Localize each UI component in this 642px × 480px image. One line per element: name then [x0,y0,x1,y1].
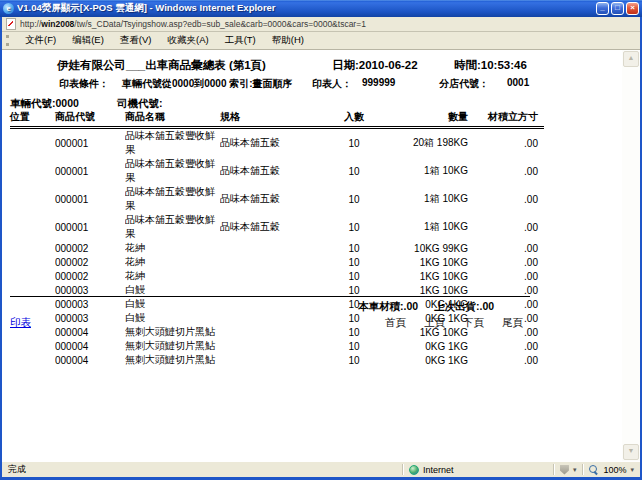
window-title: V1.04熒屏顯示[X-POS 雲通網] - Windows Internet … [17,2,596,15]
cell-spec [220,241,335,255]
cell-code: 000003 [55,311,125,325]
vehicle-code: 車輛代號:0000 [10,97,79,111]
branch-value: 0001 [507,77,529,88]
printer-value: 999999 [362,77,395,88]
cell-quantity: 10KG 99KG [373,241,476,255]
cell-code: 000001 [55,185,125,213]
cell-quantity: 1箱 10KG [373,157,476,185]
minimize-button[interactable]: _ [596,2,609,15]
close-button[interactable]: × [626,2,639,15]
table-row: 000004 無刺大頭鰱切片黑鮎 10 0KG 1KG .00 [10,339,544,353]
cell-position [10,128,55,158]
report-title: 伊娃有限公司___出車商品彙總表 (第1頁) [57,58,266,73]
col-code: 商品代號 [55,110,125,128]
cell-packs: 10 [335,255,373,269]
cell-quantity: 0KG 1KG [373,339,476,353]
cell-packs: 10 [335,339,373,353]
menu-help[interactable]: 帮助(H) [264,33,312,48]
print-link[interactable]: 印表 [10,316,31,328]
table-row: 000001 品味本舖五穀豐收鮮果 品味本舖五穀 10 20箱 198KG .0… [10,128,544,158]
cell-code: 000004 [55,353,125,367]
cell-code: 000001 [55,128,125,158]
nav-last-page[interactable]: 尾頁 [502,316,523,330]
menu-favorites[interactable]: 收藏夹(A) [159,33,216,48]
cell-position [10,269,55,283]
window-frame: http://win2008/tw/s_CData/Tsyingshow.asp… [0,17,642,480]
cell-spec: 品味本舖五穀 [220,185,335,213]
caret-down-icon: ▾ [630,466,634,474]
cell-packs: 10 [335,353,373,367]
col-position: 位置 [10,110,55,128]
cell-quantity: 1KG 10KG [373,283,476,297]
cell-name: 花紳 [125,241,220,255]
toolbar-grip-icon[interactable] [6,35,12,46]
cell-name: 無刺大頭鰱切片黑鮎 [125,353,220,367]
cell-position [10,185,55,213]
zoom-control[interactable]: 100% ▾ [583,462,640,477]
cell-code: 000004 [55,339,125,353]
cell-volume: .00 [476,353,544,367]
cell-code: 000001 [55,213,125,241]
cell-packs: 10 [335,283,373,297]
vertical-scrollbar[interactable]: ▲ ▼ [622,50,640,461]
protection-control[interactable]: ▾ [554,462,583,477]
print-condition-label: 印表條件： [59,77,109,91]
cell-packs: 10 [335,128,373,158]
table-row: 000004 無刺大頭鰱切片黑鮎 10 0KG 1KG .00 [10,353,544,367]
cell-spec [220,339,335,353]
nav-first-page[interactable]: 首頁 [385,316,406,330]
table-row: 000001 品味本舖五穀豐收鮮果 品味本舖五穀 10 1箱 10KG .00 [10,213,544,241]
cell-name: 白鰻 [125,311,220,325]
address-bar[interactable]: http://win2008/tw/s_CData/Tsyingshow.asp… [2,17,640,32]
cell-quantity: 1KG 10KG [373,269,476,283]
url-host: win2008 [41,19,74,29]
cell-volume: .00 [476,339,544,353]
driver-code: 司機代號: [117,97,163,111]
cell-code: 000002 [55,241,125,255]
cell-position [10,339,55,353]
cell-volume: .00 [476,283,544,297]
cell-volume: .00 [476,213,544,241]
cell-name: 花紳 [125,255,220,269]
table-row: 000003 白鰻 10 1KG 10KG .00 [10,283,544,297]
page-error-icon [6,18,16,30]
table-row: 000001 品味本舖五穀豐收鮮果 品味本舖五穀 10 1箱 10KG .00 [10,157,544,185]
nav-next-page[interactable]: 下頁 [463,316,484,330]
menu-tools[interactable]: 工具(T) [217,33,264,48]
menu-view[interactable]: 查看(V) [112,33,160,48]
menu-edit[interactable]: 编辑(E) [64,33,112,48]
cell-packs: 10 [335,325,373,339]
table-row: 000002 花紳 10 10KG 99KG .00 [10,241,544,255]
cell-name: 品味本舖五穀豐收鮮果 [125,128,220,158]
cell-packs: 10 [335,157,373,185]
nav-prev-page[interactable]: 上頁 [424,316,445,330]
scroll-down-icon[interactable]: ▼ [623,444,639,460]
col-spec: 規格 [220,110,335,128]
cell-spec: 品味本舖五穀 [220,213,335,241]
report-time: 時間:10:53:46 [454,58,527,73]
col-volume: 材積立方寸 [476,110,544,128]
cell-spec [220,255,335,269]
cell-volume: .00 [476,128,544,158]
cell-name: 無刺大頭鰱切片黑鮎 [125,339,220,353]
cell-packs: 10 [335,213,373,241]
vehicle-value: 0000 [56,97,79,109]
table-row: 000001 品味本舖五穀豐收鮮果 品味本舖五穀 10 1箱 10KG .00 [10,185,544,213]
cell-position [10,241,55,255]
cell-volume: .00 [476,241,544,255]
shield-icon [560,465,569,475]
vehicle-label: 車輛代號: [10,97,56,109]
security-zone: Internet [403,462,553,477]
cell-volume: .00 [476,269,544,283]
cell-spec: 品味本舖五穀 [220,157,335,185]
cell-position [10,213,55,241]
last-shipment-label: 上次出貨: [434,300,480,312]
menu-file[interactable]: 文件(F) [17,33,64,48]
magnifier-icon [589,465,599,475]
maximize-button[interactable]: □ [611,2,624,15]
scroll-up-icon[interactable]: ▲ [623,51,639,67]
url-prefix: http:// [20,19,41,29]
cell-packs: 10 [335,241,373,255]
url-path: /tw/s_CData/Tsyingshow.asp?edb=sub_sale&… [74,19,366,29]
address-url[interactable]: http://win2008/tw/s_CData/Tsyingshow.asp… [20,19,366,29]
